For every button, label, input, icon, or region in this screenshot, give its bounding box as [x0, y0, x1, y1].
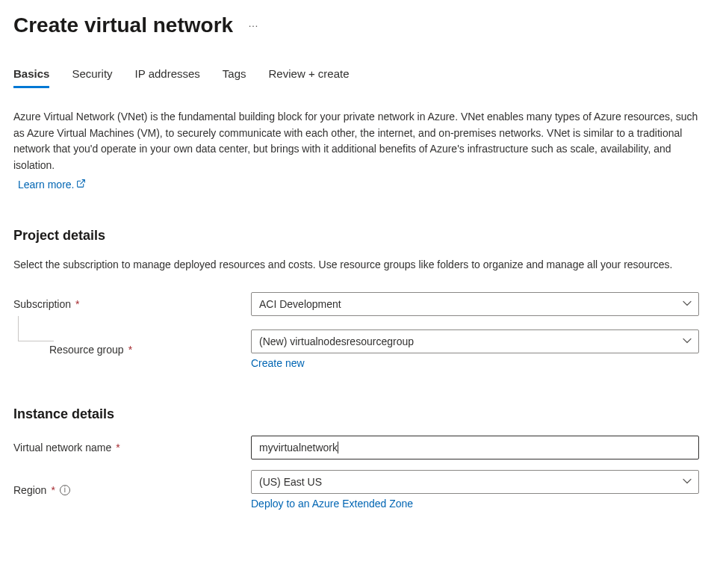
- text-cursor: [338, 442, 338, 454]
- instance-details-heading: Instance details: [13, 406, 701, 422]
- region-value: (US) East US: [259, 476, 322, 488]
- tab-bar: Basics Security IP addresses Tags Review…: [13, 67, 701, 88]
- resource-group-select[interactable]: (New) virtualnodesresourcegroup: [251, 329, 699, 353]
- required-indicator: *: [75, 298, 79, 310]
- tab-basics[interactable]: Basics: [13, 67, 49, 88]
- learn-more-label: Learn more.: [18, 179, 74, 191]
- region-label: Region: [13, 484, 46, 496]
- required-indicator: *: [116, 442, 119, 454]
- required-indicator: *: [128, 344, 132, 356]
- tab-tags[interactable]: Tags: [223, 67, 246, 88]
- indent-connector: [18, 316, 54, 341]
- intro-description: Azure Virtual Network (VNet) is the fund…: [13, 109, 701, 174]
- project-details-description: Select the subscription to manage deploy…: [13, 257, 701, 273]
- tab-review-create[interactable]: Review + create: [269, 67, 350, 88]
- subscription-label: Subscription: [13, 298, 71, 310]
- info-icon[interactable]: i: [60, 485, 70, 495]
- external-link-icon: [76, 179, 86, 191]
- resource-group-value: (New) virtualnodesresourcegroup: [259, 335, 414, 347]
- learn-more-link[interactable]: Learn more.: [18, 179, 86, 191]
- required-indicator: *: [51, 484, 55, 496]
- subscription-select[interactable]: ACI Development: [251, 292, 699, 316]
- extended-zone-link[interactable]: Deploy to an Azure Extended Zone: [251, 498, 413, 510]
- tab-security[interactable]: Security: [72, 67, 112, 88]
- create-new-resource-group-link[interactable]: Create new: [251, 357, 305, 369]
- vnet-name-label: Virtual network name: [13, 442, 111, 454]
- vnet-name-input[interactable]: myvirtualnetwork: [251, 436, 699, 459]
- subscription-value: ACI Development: [259, 298, 341, 310]
- page-title: Create virtual network: [13, 13, 233, 37]
- more-actions-icon[interactable]: …: [248, 17, 259, 34]
- project-details-heading: Project details: [13, 228, 701, 244]
- resource-group-label: Resource group: [49, 344, 124, 356]
- tab-ip-addresses[interactable]: IP addresses: [135, 67, 200, 88]
- vnet-name-value: myvirtualnetwork: [259, 442, 338, 454]
- region-select[interactable]: (US) East US: [251, 470, 699, 494]
